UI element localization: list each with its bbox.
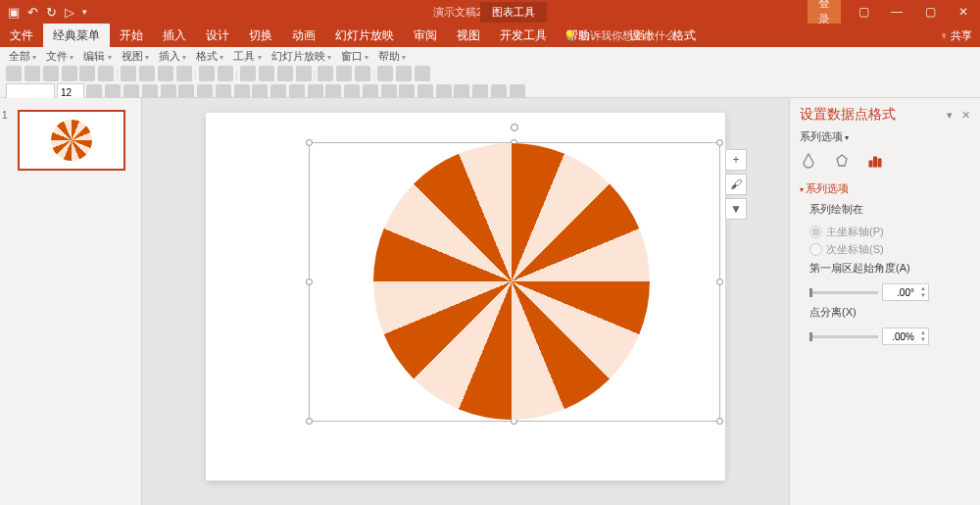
chart-icon[interactable] [240, 66, 256, 81]
resize-handle-tl[interactable] [306, 139, 313, 146]
fill-line-icon[interactable] [800, 152, 817, 170]
svg-rect-1 [869, 161, 872, 167]
point-explosion-label: 点分离(X) [809, 305, 970, 320]
close-icon[interactable]: ✕ [947, 5, 980, 19]
secondary-axis-radio: 次坐标轴(S) [809, 242, 970, 257]
angle-slider[interactable] [809, 291, 878, 294]
slide[interactable]: + 🖌 ▼ [206, 113, 725, 480]
toolbar-group-clipboard [79, 66, 114, 81]
help-icon[interactable] [415, 66, 430, 81]
classic-menu-文件[interactable]: 文件 [43, 49, 76, 64]
classic-menu-幻灯片放映[interactable]: 幻灯片放映 [269, 49, 334, 64]
start-from-beginning-icon[interactable]: ▷ [65, 5, 74, 20]
svg-rect-2 [874, 157, 877, 167]
thumbnail-chart-preview [51, 120, 92, 161]
cut-icon[interactable] [121, 66, 136, 81]
classic-menu-编辑[interactable]: 编辑 [80, 49, 114, 64]
tab-幻灯片放映[interactable]: 幻灯片放映 [325, 24, 404, 47]
angle-spin-up[interactable]: ▲ [920, 285, 926, 292]
rotate-handle[interactable] [511, 124, 518, 131]
equation-icon[interactable] [355, 66, 370, 81]
series-options-icon[interactable] [866, 152, 884, 170]
tab-审阅[interactable]: 审阅 [404, 24, 447, 47]
minimize-icon[interactable]: — [880, 5, 913, 19]
print-icon[interactable] [62, 66, 77, 81]
ribbon-body: 全部文件编辑视图插入格式工具幻灯片放映窗口帮助 | | | | | [0, 47, 980, 98]
pie-chart[interactable] [373, 143, 650, 420]
title-bar: ▣ ↶ ↻ ▷ ▾ 演示文稿2 - PowerPoint 图表工具 登录 ▢ —… [0, 0, 980, 24]
classic-menu-插入[interactable]: 插入 [156, 49, 189, 64]
qat-more-icon[interactable]: ▾ [82, 7, 87, 17]
share-button[interactable]: ♀ 共享 [940, 28, 972, 43]
tab-插入[interactable]: 插入 [153, 24, 196, 47]
redo-icon[interactable]: ↻ [46, 5, 57, 20]
angle-spin-down[interactable]: ▼ [920, 292, 926, 299]
tab-经典菜单[interactable]: 经典菜单 [43, 24, 110, 47]
format-data-point-pane: 设置数据点格式 ▾ ✕ 系列选项 系列选项 系列绘制在 主坐标轴(P) 次坐标轴… [789, 98, 980, 505]
explosion-spin-up[interactable]: ▲ [920, 329, 926, 336]
undo-icon[interactable]: ↶ [27, 5, 38, 20]
textbox-icon[interactable] [318, 66, 333, 81]
new-icon[interactable] [6, 66, 22, 81]
copy-icon[interactable] [139, 66, 155, 81]
classic-menu-全部[interactable]: 全部 [6, 49, 39, 64]
ribbon-tabs: 文件经典菜单开始插入设计切换动画幻灯片放映审阅视图开发工具帮助设计格式 告诉我你… [0, 24, 980, 47]
tell-me-search[interactable]: 告诉我你想要做什么 [564, 28, 676, 43]
main-area: 1 + 🖌 ▼ [0, 98, 980, 505]
shapes-icon[interactable] [277, 66, 293, 81]
classic-menu-bar: 全部文件编辑视图插入格式工具幻灯片放映窗口帮助 [6, 49, 409, 64]
symbol-icon[interactable] [336, 66, 352, 81]
picture-icon[interactable] [296, 66, 312, 81]
undo2-icon[interactable] [199, 66, 215, 81]
first-slice-angle-label: 第一扇区起始角度(A) [809, 261, 970, 276]
classic-menu-视图[interactable]: 视图 [119, 49, 152, 64]
pane-options-icon[interactable]: ▾ ✕ [947, 109, 970, 122]
tab-文件[interactable]: 文件 [0, 24, 43, 47]
chart-selection[interactable]: + 🖌 ▼ [309, 142, 720, 422]
tab-动画[interactable]: 动画 [282, 24, 325, 47]
chart-elements-button[interactable]: + [725, 149, 747, 171]
resize-handle-tr[interactable] [716, 139, 723, 146]
tab-开发工具[interactable]: 开发工具 [490, 24, 557, 47]
save-icon[interactable] [43, 66, 59, 81]
zoom-icon[interactable] [377, 66, 393, 81]
save-icon[interactable]: ▣ [8, 5, 20, 20]
explosion-spin-down[interactable]: ▼ [920, 336, 926, 343]
classic-menu-格式[interactable]: 格式 [193, 49, 226, 64]
tab-开始[interactable]: 开始 [110, 24, 153, 47]
series-options-dropdown[interactable]: 系列选项 [800, 129, 970, 144]
paste-icon[interactable] [158, 66, 173, 81]
resize-handle-ml[interactable] [306, 278, 313, 285]
email-icon[interactable] [98, 66, 114, 81]
tab-设计[interactable]: 设计 [196, 24, 239, 47]
slide-thumbnail[interactable]: 1 [10, 110, 131, 171]
resize-handle-bl[interactable] [306, 418, 313, 425]
chart-filters-button[interactable]: ▼ [725, 198, 747, 220]
tab-切换[interactable]: 切换 [239, 24, 282, 47]
resize-handle-br[interactable] [716, 418, 723, 425]
redo2-icon[interactable] [218, 66, 233, 81]
tab-视图[interactable]: 视图 [447, 24, 490, 47]
preview-icon[interactable] [79, 66, 95, 81]
chart-tools-context: 图表工具 [480, 2, 547, 23]
find-icon[interactable] [396, 66, 412, 81]
chart-styles-button[interactable]: 🖌 [725, 174, 747, 195]
classic-menu-工具[interactable]: 工具 [230, 49, 264, 64]
pane-title: 设置数据点格式 [800, 106, 896, 124]
ribbon-display-icon[interactable]: ▢ [847, 5, 880, 19]
quick-access-toolbar: ▣ ↶ ↻ ▷ ▾ [0, 5, 95, 20]
resize-handle-mr[interactable] [716, 278, 723, 285]
classic-menu-窗口[interactable]: 窗口 [338, 49, 371, 64]
explosion-slider[interactable] [809, 335, 878, 338]
toolbar-group-edit [121, 66, 192, 81]
toolbar-group-file [6, 66, 77, 81]
format-painter-icon[interactable] [176, 66, 192, 81]
maximize-icon[interactable]: ▢ [913, 5, 947, 19]
slide-canvas[interactable]: + 🖌 ▼ [142, 98, 789, 505]
classic-menu-帮助[interactable]: 帮助 [375, 49, 409, 64]
effects-icon[interactable] [833, 152, 851, 170]
open-icon[interactable] [24, 66, 40, 81]
table-icon[interactable] [259, 66, 274, 81]
primary-axis-radio: 主坐标轴(P) [809, 225, 970, 239]
series-options-section[interactable]: 系列选项 [800, 181, 970, 196]
